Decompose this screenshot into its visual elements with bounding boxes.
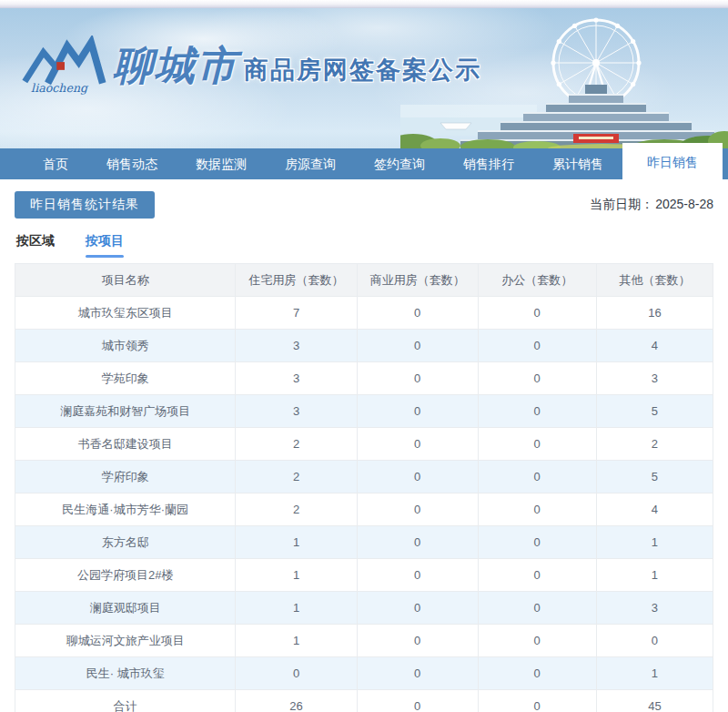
nav-tab[interactable]: 签约查询 — [355, 148, 444, 179]
table-cell: 3 — [596, 592, 713, 625]
table-cell: 1 — [236, 526, 357, 559]
current-date-value: 2025-8-28 — [655, 197, 713, 211]
table-cell: 0 — [478, 690, 596, 712]
table-row: 学苑印象3003 — [15, 362, 713, 395]
table-body: 城市玖玺东区项目70016城市领秀3004学苑印象3003澜庭嘉苑和财智广场项目… — [15, 297, 713, 712]
table-cell: 7 — [236, 297, 357, 330]
column-header: 住宅用房（套数） — [236, 264, 357, 297]
table-cell: 澜庭嘉苑和财智广场项目 — [15, 395, 236, 428]
table-cell: 城市领秀 — [15, 330, 236, 362]
nav-tab[interactable]: 累计销售 — [533, 148, 622, 179]
table-cell: 东方名邸 — [15, 526, 236, 559]
view-tabs: 按区域按项目 — [16, 233, 713, 258]
table-row: 城市玖玺东区项目70016 — [15, 297, 713, 330]
view-tab[interactable]: 按区域 — [16, 233, 55, 258]
table-cell: 0 — [357, 493, 478, 526]
table-cell: 1 — [236, 625, 357, 657]
table-cell: 0 — [357, 657, 478, 690]
column-header: 项目名称 — [15, 264, 236, 297]
nav-tab[interactable]: 数据监测 — [177, 148, 266, 179]
table-row: 澜庭观邸项目1003 — [15, 592, 713, 625]
table-cell: 学苑印象 — [15, 362, 236, 395]
table-cell: 5 — [596, 395, 713, 428]
table-cell: 0 — [357, 362, 478, 395]
table-cell: 0 — [357, 330, 478, 362]
table-cell: 学府印象 — [15, 461, 236, 493]
nav-tab[interactable]: 销售排行 — [444, 148, 533, 179]
table-cell: 0 — [478, 428, 596, 461]
table-row: 民生· 城市玖玺0001 — [15, 657, 713, 690]
yesterday-sales-stats-button[interactable]: 昨日销售统计结果 — [15, 191, 155, 219]
table-cell: 45 — [596, 690, 713, 712]
table-cell: 4 — [596, 493, 713, 526]
table-cell: 4 — [596, 330, 713, 362]
city-name: 聊城市 — [113, 39, 238, 93]
svg-text:liaocheng: liaocheng — [31, 81, 89, 95]
table-cell: 0 — [357, 690, 478, 712]
table-cell: 2 — [596, 428, 713, 461]
sales-table-wrap: 项目名称住宅用房（套数）商业用房（套数）办公（套数）其他（套数） 城市玖玺东区项… — [15, 263, 713, 712]
nav-tabs: 首页销售动态数据监测房源查询签约查询销售排行累计销售昨日销售合同注销 — [0, 148, 728, 179]
table-cell: 2 — [236, 428, 357, 461]
nav-tab[interactable]: 销售动态 — [87, 148, 177, 179]
top-strip — [0, 0, 728, 8]
table-cell: 0 — [357, 395, 478, 428]
table-row: 公园学府项目2#楼1001 — [15, 559, 713, 592]
column-header: 其他（套数） — [596, 264, 713, 297]
toolbar: 昨日销售统计结果 当前日期：2025-8-28 — [15, 191, 713, 219]
table-cell: 0 — [478, 592, 596, 625]
table-cell: 1 — [596, 526, 713, 559]
table-cell: 0 — [478, 625, 596, 657]
table-cell: 0 — [478, 395, 596, 428]
current-date: 当前日期：2025-8-28 — [590, 197, 713, 213]
table-cell: 聊城运河文旅产业项目 — [15, 625, 236, 657]
table-cell: 澜庭观邸项目 — [15, 592, 236, 625]
nav-tab[interactable]: 首页 — [24, 148, 87, 179]
table-cell: 2 — [236, 461, 357, 493]
page: liaocheng 聊城市 商品房网签备案公示 首页销售动态数据监测房源查询签约… — [0, 0, 728, 712]
table-row: 学府印象2005 — [15, 461, 713, 493]
table-cell: 民生· 城市玖玺 — [15, 657, 236, 690]
table-cell: 5 — [596, 461, 713, 493]
sales-by-project-table: 项目名称住宅用房（套数）商业用房（套数）办公（套数）其他（套数） 城市玖玺东区项… — [15, 263, 713, 712]
view-tab[interactable]: 按项目 — [86, 233, 124, 258]
table-cell: 3 — [236, 395, 357, 428]
table-cell: 1 — [596, 657, 713, 690]
table-cell: 合计 — [15, 690, 236, 712]
column-header: 商业用房（套数） — [357, 264, 478, 297]
site-banner: liaocheng 聊城市 商品房网签备案公示 — [0, 8, 728, 148]
table-cell: 0 — [478, 657, 596, 690]
current-date-label: 当前日期： — [590, 197, 653, 211]
table-cell: 0 — [478, 297, 596, 330]
table-cell: 0 — [478, 493, 596, 526]
table-cell: 0 — [357, 428, 478, 461]
table-cell: 16 — [596, 297, 713, 330]
table-cell: 3 — [596, 362, 713, 395]
table-cell: 书香名邸建设项目 — [15, 428, 236, 461]
table-cell: 0 — [596, 625, 713, 657]
nav-tab[interactable]: 昨日销售 — [622, 143, 723, 179]
table-row: 合计260045 — [15, 690, 713, 712]
table-row: 聊城运河文旅产业项目1000 — [15, 625, 713, 657]
table-cell: 1 — [236, 592, 357, 625]
table-cell: 0 — [357, 297, 478, 330]
table-cell: 1 — [236, 559, 357, 592]
table-cell: 0 — [357, 559, 478, 592]
table-row: 城市领秀3004 — [15, 330, 713, 362]
table-cell: 0 — [478, 461, 596, 493]
liaocheng-logo-icon: liaocheng — [20, 36, 109, 96]
table-cell: 0 — [357, 592, 478, 625]
table-cell: 0 — [357, 461, 478, 493]
table-cell: 3 — [236, 362, 357, 395]
table-cell: 26 — [236, 690, 357, 712]
table-cell: 0 — [236, 657, 357, 690]
nav-tab[interactable]: 房源查询 — [266, 148, 355, 179]
table-cell: 城市玖玺东区项目 — [15, 297, 236, 330]
table-row: 东方名邸1001 — [15, 526, 713, 559]
table-cell: 1 — [596, 559, 713, 592]
table-cell: 民生海通·城市芳华·蘭园 — [15, 493, 236, 526]
table-cell: 2 — [236, 493, 357, 526]
table-row: 澜庭嘉苑和财智广场项目3005 — [15, 395, 713, 428]
site-title: 商品房网签备案公示 — [244, 54, 481, 86]
table-row: 书香名邸建设项目2002 — [15, 428, 713, 461]
